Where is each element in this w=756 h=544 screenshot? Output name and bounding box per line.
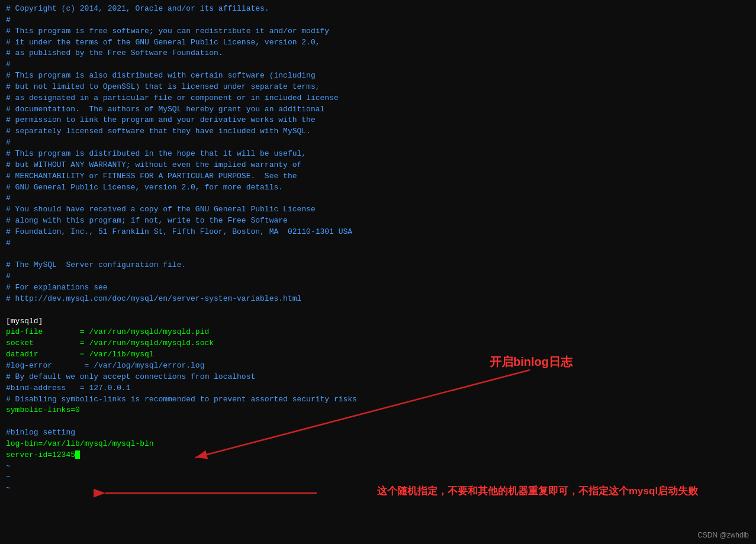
config-bind-address: #bind-address = 127.0.0.1 bbox=[6, 383, 750, 394]
config-datadir: datadir = /var/lib/mysql bbox=[6, 349, 750, 360]
config-by-default: # By default we only accept connections … bbox=[6, 372, 750, 383]
line-6: # bbox=[6, 59, 750, 70]
tilde-1: ~ bbox=[6, 461, 750, 472]
config-server-id: server-id=12345 bbox=[6, 450, 750, 461]
line-empty bbox=[6, 305, 750, 316]
line-4: # it under the terms of the GNU General … bbox=[6, 37, 750, 49]
line-23 bbox=[6, 249, 750, 260]
line-16: # MERCHANTABILITY or FITNESS FOR A PARTI… bbox=[6, 171, 750, 182]
line-5: # as published by the Free Software Foun… bbox=[6, 48, 750, 59]
line-empty2 bbox=[6, 416, 750, 427]
line-27: # http://dev.mysql.com/doc/mysql/en/serv… bbox=[6, 294, 750, 305]
line-3: # This program is free software; you can… bbox=[6, 26, 750, 37]
line-2: # bbox=[6, 15, 750, 26]
binlog-annotation-label: 开启binlog日志 bbox=[490, 354, 572, 370]
line-1: # Copyright (c) 2014, 2021, Oracle and/o… bbox=[6, 4, 750, 15]
line-12: # separately licensed software that they… bbox=[6, 126, 750, 137]
line-18: # bbox=[6, 193, 750, 204]
line-20: # along with this program; if not, write… bbox=[6, 215, 750, 227]
line-13: # bbox=[6, 137, 750, 149]
tilde-2: ~ bbox=[6, 472, 750, 483]
config-log-bin: log-bin=/var/lib/mysql/mysql-bin bbox=[6, 439, 750, 450]
line-21: # Foundation, Inc., 51 Franklin St, Fift… bbox=[6, 227, 750, 238]
line-17: # GNU General Public License, version 2.… bbox=[6, 182, 750, 194]
line-14: # This program is distributed in the hop… bbox=[6, 149, 750, 160]
line-26: # For explanations see bbox=[6, 282, 750, 294]
config-pid-file: pid-file = /var/run/mysqld/mysqld.pid bbox=[6, 327, 750, 338]
terminal: # Copyright (c) 2014, 2021, Oracle and/o… bbox=[0, 0, 756, 544]
line-10: # documentation. The authors of MySQL he… bbox=[6, 104, 750, 115]
line-19: # You should have received a copy of the… bbox=[6, 204, 750, 215]
line-25: # bbox=[6, 271, 750, 282]
line-8: # but not limited to OpenSSL) that is li… bbox=[6, 82, 750, 93]
binlog-setting-comment: #binlog setting bbox=[6, 427, 750, 439]
cursor bbox=[75, 450, 80, 459]
line-15: # but WITHOUT ANY WARRANTY; without even… bbox=[6, 160, 750, 171]
line-7: # This program is also distributed with … bbox=[6, 70, 750, 82]
terminal-content: # Copyright (c) 2014, 2021, Oracle and/o… bbox=[0, 0, 756, 498]
line-11: # permission to link the program and you… bbox=[6, 115, 750, 126]
config-symlinks-comment: # Disabling symbolic-links is recommende… bbox=[6, 394, 750, 405]
serverid-annotation-label: 这个随机指定，不要和其他的机器重复即可，不指定这个mysql启动失败 bbox=[377, 484, 744, 498]
config-symlinks: symbolic-links=0 bbox=[6, 405, 750, 416]
config-log-error: #log-error = /var/log/mysql/error.log bbox=[6, 360, 750, 372]
watermark: CSDN @zwhdlb bbox=[697, 531, 749, 539]
mysqld-section: [mysqld] bbox=[6, 316, 750, 327]
line-22: # bbox=[6, 238, 750, 249]
config-socket: socket = /var/run/mysqld/mysqld.sock bbox=[6, 338, 750, 349]
line-24: # The MySQL Server configuration file. bbox=[6, 260, 750, 271]
line-9: # as designated in a particular file or … bbox=[6, 93, 750, 104]
